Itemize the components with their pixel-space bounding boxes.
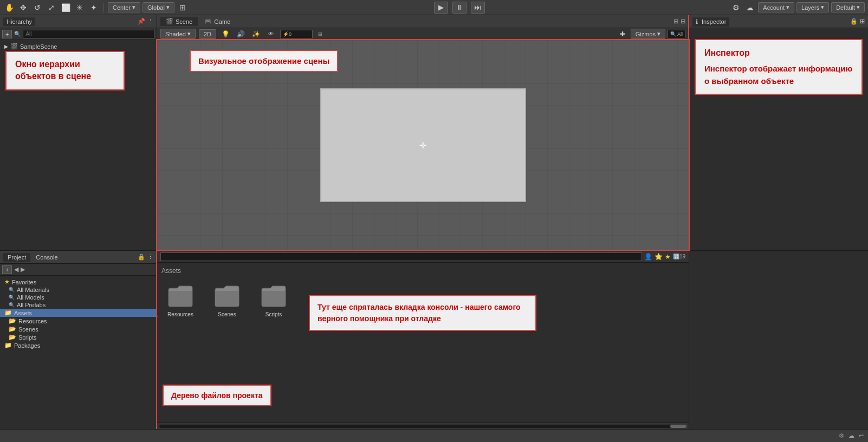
toolbar-right: ⚙ ☁ Account ▾ Layers ▾ Default ▾: [730, 2, 865, 14]
project-add-button[interactable]: +: [2, 265, 12, 274]
tab-scene[interactable]: 🎬 Scene: [160, 17, 198, 26]
assets-content: Assets Resources: [157, 263, 689, 422]
scripts-asset-label: Scripts: [265, 311, 282, 317]
hierarchy-search-icon: 🔍: [14, 31, 21, 37]
project-menu-icon[interactable]: ⋮: [147, 253, 153, 261]
step-button[interactable]: ⏭: [471, 2, 485, 14]
star-icon: ★: [4, 278, 10, 285]
all-filter[interactable]: 🔍 All: [668, 30, 685, 38]
status-bar: ⚙ ☁ ↩: [0, 429, 868, 442]
scene-minimize-icon[interactable]: ⊟: [681, 18, 685, 25]
gizmos-dropdown[interactable]: Gizmos ▾: [631, 29, 665, 39]
project-lock-icon[interactable]: 🔒: [138, 253, 145, 261]
all-prefabs-item[interactable]: 🔍 All Prefabs: [0, 301, 157, 309]
inspector-tab[interactable]: ℹ Inspector: [692, 17, 729, 27]
hierarchy-pin-icon[interactable]: 📌: [138, 18, 145, 25]
packages-label: Packages: [14, 342, 40, 349]
scene-tabs: 🎬 Scene 🎮 Game ⊞ ⊟: [157, 15, 689, 28]
all-materials-label: All Materials: [17, 287, 49, 293]
all-materials-item[interactable]: 🔍 All Materials: [0, 286, 157, 294]
status-icon-2[interactable]: ☁: [848, 432, 854, 439]
collab-icon[interactable]: ⚙: [730, 2, 742, 14]
audio-icon[interactable]: 🔊: [235, 28, 247, 40]
hierarchy-header: Hierarchy 📌 ⋮: [0, 15, 157, 28]
pause-button[interactable]: ⏸: [452, 2, 467, 14]
global-dropdown[interactable]: Global ▾: [142, 2, 174, 12]
project-files-annotation: Дерево файлов проекта: [163, 385, 271, 406]
project-panel: Project Console 🔒 ⋮ + ◀ ▶ ★ Favorites 🔍 …: [0, 251, 157, 429]
custom-tool-icon[interactable]: ✦: [88, 2, 100, 14]
assets-folder-icon: 📁: [4, 309, 12, 316]
scenes-folder-icon: 📂: [9, 326, 16, 333]
status-icon-3[interactable]: ↩: [859, 432, 864, 439]
hidden-icon[interactable]: 👁: [265, 28, 277, 40]
scrollbar-thumb[interactable]: [670, 425, 686, 428]
assets-search-input[interactable]: [160, 252, 642, 261]
resources-item[interactable]: 📂 Resources: [0, 317, 157, 325]
hierarchy-toolbar: + 🔍: [0, 28, 157, 40]
hand-tool-icon[interactable]: ✋: [3, 2, 15, 14]
scenes-label: Scenes: [18, 326, 38, 333]
favorites-section[interactable]: ★ Favorites: [0, 278, 157, 286]
2d-button[interactable]: 2D: [199, 29, 216, 39]
tab-project[interactable]: Project: [3, 253, 30, 262]
resources-label: Resources: [18, 318, 47, 324]
project-arrow-left-icon[interactable]: ◀: [14, 266, 18, 273]
main-area: Hierarchy 📌 ⋮ + 🔍 ▶ 🎬 SampleScene Окно и…: [0, 15, 868, 250]
all-models-item[interactable]: 🔍 All Models: [0, 294, 157, 301]
packages-section[interactable]: 📁 Packages: [0, 341, 157, 349]
play-button[interactable]: ▶: [434, 2, 448, 14]
scripts-item[interactable]: 📂 Scripts: [0, 333, 157, 341]
center-dropdown[interactable]: Center ▾: [108, 2, 140, 12]
project-header-icons: 🔒 ⋮: [138, 253, 153, 261]
light-icon[interactable]: 💡: [219, 28, 231, 40]
scene-item[interactable]: ▶ 🎬 SampleScene: [0, 42, 157, 50]
scripts-folder-icon-large: [261, 283, 287, 309]
scene-cursor-icon: ✛: [419, 140, 426, 151]
center-panel: 🎬 Scene 🎮 Game ⊞ ⊟ Shaded ▾ 2D 💡 🔊 ✨: [157, 15, 689, 250]
default-button[interactable]: Default ▾: [831, 2, 865, 12]
scene-expand-icon[interactable]: ⊞: [673, 18, 678, 25]
layers-button[interactable]: Layers ▾: [796, 2, 829, 12]
inspector-menu-icon[interactable]: ⊞: [860, 18, 865, 25]
scale-tool-icon[interactable]: ⤢: [46, 2, 57, 14]
effects-icon[interactable]: ✨: [250, 28, 262, 40]
scrollbar-track[interactable]: [159, 425, 686, 428]
grid-icon[interactable]: ⊞: [177, 2, 189, 14]
rect-tool-icon[interactable]: ⬜: [60, 2, 72, 14]
tab-console[interactable]: Console: [31, 253, 62, 262]
scene-grid[interactable]: ✛ Визуальное отображение сцены: [157, 40, 689, 250]
hierarchy-search-input[interactable]: [23, 30, 154, 38]
assets-icon1[interactable]: 👤: [644, 253, 652, 261]
assets-icon3[interactable]: ★: [665, 253, 671, 261]
scripts-folder-item[interactable]: Scripts: [255, 283, 293, 317]
play-controls: ▶ ⏸ ⏭: [191, 2, 728, 14]
scene-toolbar: Shaded ▾ 2D 💡 🔊 ✨ 👁 ⚡0 ⊞ ✚ Gizmos ▾ 🔍 Al…: [157, 28, 689, 40]
project-arrow-right-icon[interactable]: ▶: [21, 266, 25, 273]
transform-tool-icon[interactable]: ✳: [74, 2, 86, 14]
resources-folder-item[interactable]: Resources: [161, 283, 199, 317]
scenes-item[interactable]: 📂 Scenes: [0, 325, 157, 333]
move-tool-icon[interactable]: ✥: [17, 2, 29, 14]
hierarchy-add-button[interactable]: +: [2, 30, 12, 38]
rotate-tool-icon[interactable]: ↺: [31, 2, 43, 14]
assets-toolbar: 👤 ⭐ ★ 🔢19: [157, 251, 689, 263]
status-icon-1[interactable]: ⚙: [839, 432, 844, 439]
cloud-icon[interactable]: ☁: [744, 2, 756, 14]
assets-section[interactable]: 📁 Assets: [0, 309, 157, 317]
crosshair-icon[interactable]: ✚: [617, 28, 629, 40]
assets-icon2[interactable]: ⭐: [655, 253, 663, 261]
inspector-content: Инспектор Инспектор отображает информаци…: [689, 28, 868, 250]
inspector-lock-icon[interactable]: 🔒: [850, 18, 858, 25]
scenes-asset-label: Scenes: [218, 311, 236, 317]
assets-breadcrumb: Assets: [161, 267, 684, 275]
hierarchy-tab[interactable]: Hierarchy: [3, 17, 35, 26]
scenes-folder-item[interactable]: Scenes: [208, 283, 246, 317]
assets-scrollbar: [157, 422, 689, 429]
hierarchy-menu-icon[interactable]: ⋮: [147, 18, 153, 25]
tab-game[interactable]: 🎮 Game: [199, 17, 236, 26]
console-annotation: Тут еще спряталась вкладка консоли - наш…: [309, 295, 536, 331]
assets-panel: 👤 ⭐ ★ 🔢19 Assets Resources: [157, 251, 689, 429]
shading-dropdown[interactable]: Shaded ▾: [160, 29, 196, 39]
account-button[interactable]: Account ▾: [758, 2, 794, 12]
